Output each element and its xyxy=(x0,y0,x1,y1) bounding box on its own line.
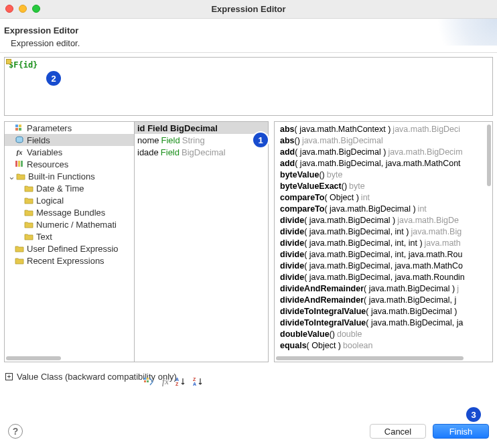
method-row[interactable]: divide( java.math.BigDecimal, int, java.… xyxy=(277,248,486,260)
field-row[interactable]: nomeFieldString xyxy=(135,134,268,146)
svg-text:A: A xyxy=(193,382,196,386)
tree-item-resources[interactable]: Resources xyxy=(5,158,134,170)
method-row[interactable]: compareTo( java.math.BigDecimal )int xyxy=(277,203,486,214)
method-name: divide xyxy=(280,261,304,271)
tree-item-text[interactable]: Text xyxy=(5,230,134,242)
tree-item-recent[interactable]: Recent Expressions xyxy=(5,254,134,267)
method-signature: () xyxy=(295,136,300,145)
filter-variables-icon[interactable]: fx xyxy=(162,377,169,387)
svg-rect-6 xyxy=(18,161,20,167)
method-name: divideAndRemainder xyxy=(280,284,364,293)
minimize-window-button[interactable] xyxy=(19,5,27,13)
field-row[interactable]: id Field BigDecimal xyxy=(135,122,268,134)
header-subtitle: Expression editor. xyxy=(4,35,488,48)
disclosure-triangle-icon[interactable]: ⌄ xyxy=(7,171,15,181)
method-return: j xyxy=(457,284,459,293)
folder-icon xyxy=(14,244,25,253)
method-signature: ( Object ) xyxy=(307,341,341,350)
tree-item-logical[interactable]: Logical xyxy=(5,194,134,206)
method-row[interactable]: divideAndRemainder( java.math.BigDecimal… xyxy=(277,294,486,305)
filter-parameters-icon[interactable] xyxy=(143,377,155,386)
tree-item-parameters[interactable]: Parameters xyxy=(5,122,134,134)
tree-item-message-bundles[interactable]: Message Bundles xyxy=(5,206,134,218)
cancel-button[interactable]: Cancel xyxy=(370,424,426,439)
method-name: divide xyxy=(280,250,304,259)
method-return: int xyxy=(361,193,370,202)
window-title: Expression Editor xyxy=(211,4,285,14)
method-signature: ( java.math.MathContext ) xyxy=(295,125,391,134)
method-row[interactable]: add( java.math.BigDecimal )java.math.Big… xyxy=(277,146,486,157)
horizontal-scrollbar[interactable] xyxy=(276,356,464,360)
method-name: divideToIntegralValue xyxy=(280,307,366,316)
dialog-header: Expression Editor Expression editor. xyxy=(0,19,497,53)
method-name: add xyxy=(280,147,295,157)
fields-list[interactable]: id Field BigDecimalnomeFieldStringidadeF… xyxy=(135,121,269,362)
method-return: java.math.BigDeci xyxy=(393,125,460,134)
tree-item-builtin-functions[interactable]: ⌄ Built-in Functions xyxy=(5,170,134,182)
method-name: add xyxy=(280,159,295,168)
finish-button[interactable]: Finish xyxy=(433,424,489,439)
method-row[interactable]: divide( java.math.BigDecimal, java.math.… xyxy=(277,260,486,271)
help-button[interactable]: ? xyxy=(8,424,23,439)
method-row[interactable]: doubleValue()double xyxy=(277,328,486,340)
field-keyword: Field xyxy=(161,147,180,157)
method-row[interactable]: divide( java.math.BigDecimal, int, int )… xyxy=(277,237,486,248)
folder-icon xyxy=(14,256,25,265)
sort-ascending-icon[interactable]: AZ xyxy=(175,377,186,386)
method-signature: ( java.math.BigDecimal, int, java.math.R… xyxy=(304,250,462,259)
tree-item-datetime[interactable]: Date & Time xyxy=(5,182,134,194)
method-row[interactable]: byteValueExact()byte xyxy=(277,180,486,192)
method-row[interactable]: equals( Object )boolean xyxy=(277,340,486,351)
method-name: abs xyxy=(280,125,295,134)
resources-icon xyxy=(14,159,25,169)
method-signature: ( java.math.BigDecimal, int, int ) xyxy=(304,238,422,248)
method-row[interactable]: divide( java.math.BigDecimal )java.math.… xyxy=(277,214,486,226)
value-class-section: + Value Class (backward compatibility on… xyxy=(0,366,497,384)
method-row[interactable]: divideToIntegralValue( java.math.BigDeci… xyxy=(277,317,486,328)
method-name: doubleValue xyxy=(280,329,330,339)
method-row[interactable]: abs( java.math.MathContext )java.math.Bi… xyxy=(277,123,486,135)
expression-textarea[interactable]: $F{id} xyxy=(4,57,493,116)
method-return: double xyxy=(337,329,362,339)
category-tree[interactable]: Parameters Fields fx Variables Resources… xyxy=(4,121,135,362)
zoom-window-button[interactable] xyxy=(32,5,40,13)
method-signature: ( Object ) xyxy=(324,193,358,202)
close-window-button[interactable] xyxy=(5,5,13,13)
svg-rect-3 xyxy=(19,128,21,131)
tree-item-fields[interactable]: Fields xyxy=(5,134,134,146)
sort-descending-icon[interactable]: ZA xyxy=(193,377,204,386)
expand-icon[interactable]: + xyxy=(5,373,13,380)
field-name: nome xyxy=(137,135,159,145)
method-row[interactable]: compareTo( Object )int xyxy=(277,192,486,203)
method-return: java.math.BigDecim xyxy=(388,147,462,157)
field-type: String xyxy=(182,135,205,145)
callout-badge-1: 1 xyxy=(253,133,268,147)
method-row[interactable]: abs()java.math.BigDecimal xyxy=(277,135,486,146)
field-name: id Field BigDecimal xyxy=(137,123,218,133)
method-row[interactable]: divideToIntegralValue( java.math.BigDeci… xyxy=(277,305,486,317)
methods-list[interactable]: abs( java.math.MathContext )java.math.Bi… xyxy=(274,121,493,362)
svg-rect-1 xyxy=(19,125,21,127)
method-return: boolean xyxy=(343,341,373,350)
tree-item-user-defined[interactable]: User Defined Expressio xyxy=(5,242,134,254)
tree-item-numeric[interactable]: Numeric / Mathemati xyxy=(5,218,134,230)
folder-icon xyxy=(23,220,34,229)
horizontal-scrollbar[interactable] xyxy=(6,356,61,360)
tree-item-variables[interactable]: fx Variables xyxy=(5,146,134,158)
method-return: int xyxy=(418,204,427,214)
method-name: byteValueExact xyxy=(280,181,342,191)
vertical-scrollbar[interactable] xyxy=(487,125,491,186)
method-row[interactable]: add( java.math.BigDecimal, java.math.Mat… xyxy=(277,157,486,169)
method-row[interactable]: divideAndRemainder( java.math.BigDecimal… xyxy=(277,283,486,294)
method-signature: ( java.math.BigDecimal, java.math.Roundi… xyxy=(304,273,465,282)
field-row[interactable]: idadeFieldBigDecimal xyxy=(135,146,268,158)
method-name: divide xyxy=(280,227,304,236)
folder-icon xyxy=(23,208,34,217)
method-row[interactable]: byteValue()byte xyxy=(277,169,486,180)
dialog-footer: ? Cancel Finish xyxy=(0,415,497,448)
method-row[interactable]: divide( java.math.BigDecimal, int )java.… xyxy=(277,226,486,237)
svg-rect-7 xyxy=(21,161,23,167)
method-row[interactable]: divide( java.math.BigDecimal, java.math.… xyxy=(277,271,486,283)
svg-rect-2 xyxy=(15,128,18,131)
parameters-icon xyxy=(14,123,25,133)
